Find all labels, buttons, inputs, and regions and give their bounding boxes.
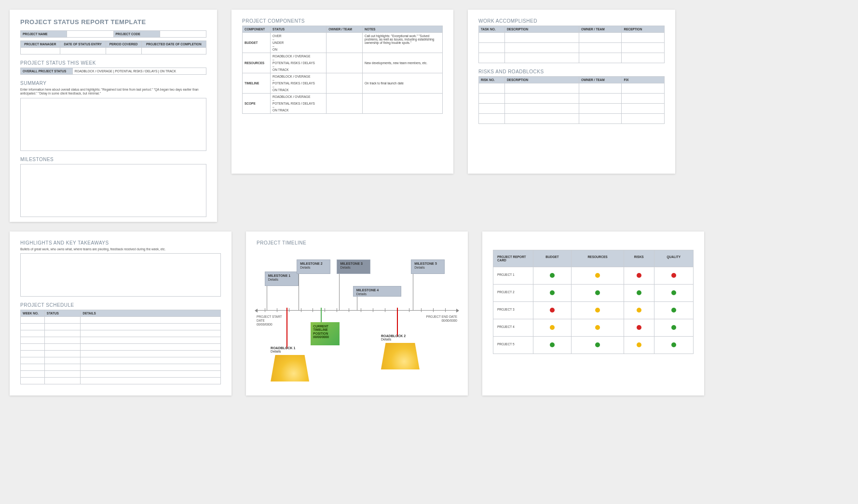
- schedule-title: PROJECT SCHEDULE: [20, 302, 221, 308]
- info-header-table: PROJECT NAME PROJECT CODE: [20, 30, 206, 38]
- status-dot-icon: [671, 308, 676, 313]
- roadblock-box: ROADBLOCK 2Details: [381, 334, 420, 369]
- status-dot-icon: [550, 273, 555, 278]
- milestone-box: MILESTONE 3Details: [337, 259, 370, 274]
- info-columns-table: PROJECT MANAGER DATE OF STATUS ENTRY PER…: [20, 41, 206, 54]
- schedule-table: WEEK NO. STATUS DETAILS: [20, 310, 221, 384]
- work-table: TASK NO. DESCRIPTION OWNER / TEAM RECEPT…: [478, 26, 665, 63]
- page-timeline: PROJECT TIMELINE MILESTONE 1Details M: [246, 232, 468, 395]
- status-dot-icon: [595, 308, 600, 313]
- status-week-heading: PROJECT STATUS THIS WEEK: [20, 60, 206, 66]
- highlights-box: [20, 253, 221, 297]
- status-dot-icon: [637, 290, 641, 295]
- table-row: PROJECT 4: [493, 319, 694, 337]
- status-week-table: OVERALL PROJECT STATUS ROADBLOCK / OVERA…: [20, 68, 206, 75]
- table-row: PROJECT 3: [493, 302, 694, 319]
- start-date: PROJECT START DATE00/00/0000: [257, 315, 290, 326]
- timeline-title: PROJECT TIMELINE: [257, 240, 457, 245]
- page-status-report: PROJECT STATUS REPORT TEMPLATE PROJECT N…: [10, 10, 217, 222]
- table-row: TIMELINE ROADBLOCK / OVERAGE – POTENTIAL…: [243, 73, 443, 94]
- page-highlights-schedule: HIGHLIGHTS AND KEY TAKEAWAYS Bullets of …: [10, 232, 232, 395]
- status-dot-icon: [637, 273, 641, 278]
- status-dot-icon: [671, 290, 676, 295]
- timeline-diagram: MILESTONE 1Details MILESTONE 2Details MI…: [257, 247, 457, 387]
- label-project-code: PROJECT CODE: [113, 31, 160, 38]
- end-date: PROJECT END DATE00/00/0000: [423, 315, 457, 323]
- table-row: PROJECT 2: [493, 285, 694, 302]
- table-row: PROJECT 1: [493, 267, 694, 285]
- page-project-components: PROJECT COMPONENTS COMPONENT STATUS OWNE…: [232, 10, 453, 174]
- status-dot-icon: [550, 290, 555, 295]
- table-row: RESOURCES ROADBLOCK / OVERAGE – POTENTIA…: [243, 53, 443, 73]
- risks-table: RISK NO. DESCRIPTION OWNER / TEAM FIX: [478, 76, 665, 124]
- status-dot-icon: [595, 325, 600, 330]
- status-dot-icon: [637, 325, 641, 330]
- report-card-table: PROJECT REPORT CARD BUDGET RESOURCES RIS…: [493, 250, 694, 354]
- status-dot-icon: [595, 342, 600, 347]
- label-project-name: PROJECT NAME: [21, 31, 67, 38]
- status-dot-icon: [595, 273, 600, 278]
- table-row: SCOPE ROADBLOCK / OVERAGE – POTENTIAL RI…: [243, 94, 443, 114]
- milestone-box: MILESTONE 4Details: [353, 286, 401, 297]
- status-dot-icon: [550, 342, 555, 347]
- status-dot-icon: [550, 308, 555, 313]
- components-table: COMPONENT STATUS OWNER / TEAM NOTES BUDG…: [242, 26, 443, 114]
- components-title: PROJECT COMPONENTS: [242, 18, 443, 24]
- table-row: PROJECT 5: [493, 337, 694, 354]
- current-position: CURRENT TIMELINE POSITION 00/00/0000: [311, 322, 340, 345]
- status-dot-icon: [637, 308, 641, 313]
- milestone-box: MILESTONE 1Details: [265, 272, 299, 286]
- milestones-heading: MILESTONES: [20, 157, 206, 162]
- page-report-card: PROJECT REPORT CARD BUDGET RESOURCES RIS…: [482, 232, 704, 395]
- page-title: PROJECT STATUS REPORT TEMPLATE: [20, 18, 206, 26]
- status-dot-icon: [595, 290, 600, 295]
- work-title: WORK ACCOMPLISHED: [478, 18, 665, 24]
- summary-hint: Enter information here about overall sta…: [20, 88, 206, 96]
- milestone-box: MILESTONE 5Details: [411, 259, 445, 274]
- status-dot-icon: [550, 325, 555, 330]
- roadblock-box: ROADBLOCK 1Details: [271, 346, 309, 381]
- milestone-box: MILESTONE 2Details: [297, 259, 330, 274]
- status-dot-icon: [637, 342, 641, 347]
- status-dot-icon: [671, 342, 676, 347]
- table-row: BUDGET OVER – UNDER – ON Call out highli…: [243, 33, 443, 53]
- risks-title: RISKS AND ROADBLOCKS: [478, 69, 665, 74]
- page-work-risks: WORK ACCOMPLISHED TASK NO. DESCRIPTION O…: [468, 10, 675, 174]
- highlights-hint: Bullets of great work, who owns what, wh…: [20, 247, 221, 251]
- status-dot-icon: [671, 325, 676, 330]
- milestones-box: [20, 164, 206, 217]
- summary-heading: SUMMARY: [20, 81, 206, 86]
- status-dot-icon: [671, 273, 676, 278]
- highlights-title: HIGHLIGHTS AND KEY TAKEAWAYS: [20, 240, 221, 245]
- summary-box: [20, 98, 206, 151]
